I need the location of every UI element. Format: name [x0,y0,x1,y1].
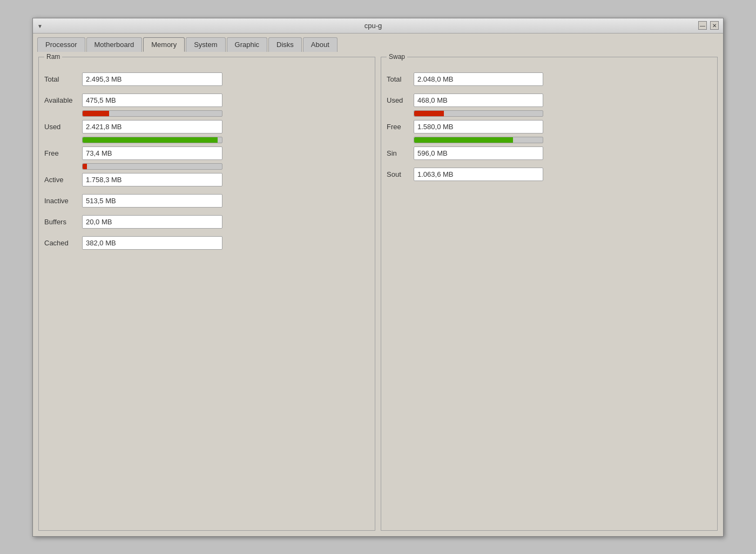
ram-free-bar-fill [83,164,87,169]
tab-about[interactable]: About [303,37,338,52]
swap-free-bar-container [414,137,543,143]
ram-available-label: Available [44,96,82,104]
ram-inactive-label: Inactive [44,197,82,205]
swap-sin-label: Sin [387,149,414,157]
ram-active-value: 1.758,3 MB [82,173,222,186]
swap-free-bar-fill [414,137,513,143]
ram-inactive-value: 513,5 MB [82,194,222,208]
swap-used-value: 468,0 MB [414,94,543,107]
swap-free-row: Free 1.580,0 MB [387,120,712,134]
swap-panel-title: Swap [387,53,407,61]
swap-panel: Swap Total 2.048,0 MB Used 468,0 MB Free [381,57,718,531]
swap-sin-value: 596,0 MB [414,146,543,160]
titlebar-left: ▼ [37,22,48,30]
swap-free-value: 1.580,0 MB [414,120,543,134]
tab-memory[interactable]: Memory [143,37,185,52]
ram-active-row: Active 1.758,3 MB [44,173,369,186]
swap-free-bar-row [387,137,712,143]
ram-used-bar-container [82,137,222,143]
ram-available-bar-fill [83,111,109,116]
tabs-bar: Processor Motherboard Memory System Grap… [33,34,723,51]
swap-sout-value: 1.063,6 MB [414,168,543,181]
swap-total-value: 2.048,0 MB [414,72,543,86]
swap-sin-row: Sin 596,0 MB [387,146,712,160]
swap-sout-label: Sout [387,170,414,178]
ram-available-row: Available 475,5 MB [44,94,369,107]
swap-used-label: Used [387,96,414,104]
tab-disks[interactable]: Disks [268,37,302,52]
swap-total-row: Total 2.048,0 MB [387,72,712,86]
ram-used-row: Used 2.421,8 MB [44,120,369,134]
titlebar: ▼ cpu-g — ✕ [33,18,723,34]
ram-used-bar-fill [83,137,218,143]
main-window: ▼ cpu-g — ✕ Processor Motherboard Memory… [32,18,724,537]
swap-sout-row: Sout 1.063,6 MB [387,168,712,181]
swap-total-label: Total [387,75,414,83]
ram-available-value: 475,5 MB [82,94,222,107]
ram-free-label: Free [44,149,82,157]
swap-used-bar-row [387,110,712,117]
ram-used-label: Used [44,123,82,131]
minimize-button[interactable]: — [698,21,707,30]
ram-buffers-label: Buffers [44,218,82,226]
ram-free-bar-container [82,163,222,170]
ram-available-bar-row [44,110,369,117]
ram-used-value: 2.421,8 MB [82,120,222,134]
tab-system[interactable]: System [186,37,225,52]
swap-used-bar-fill [414,111,444,116]
ram-free-bar-row [44,163,369,170]
ram-total-label: Total [44,75,82,83]
ram-available-bar-container [82,110,222,117]
ram-panel-title: Ram [44,53,62,61]
window-menu-icon[interactable]: ▼ [37,23,43,29]
ram-free-value: 73,4 MB [82,146,222,160]
ram-cached-label: Cached [44,239,82,247]
tab-graphic[interactable]: Graphic [227,37,268,52]
window-title: cpu-g [48,22,698,30]
ram-total-value: 2.495,3 MB [82,72,222,86]
close-button[interactable]: ✕ [710,21,719,30]
ram-cached-row: Cached 382,0 MB [44,236,369,250]
content-area: Ram Total 2.495,3 MB Available 475,5 MB … [33,51,723,536]
ram-total-row: Total 2.495,3 MB [44,72,369,86]
ram-inactive-row: Inactive 513,5 MB [44,194,369,208]
swap-used-bar-container [414,110,543,117]
titlebar-controls: — ✕ [698,21,719,30]
ram-free-row: Free 73,4 MB [44,146,369,160]
ram-active-label: Active [44,176,82,184]
swap-free-label: Free [387,123,414,131]
swap-used-row: Used 468,0 MB [387,94,712,107]
ram-panel: Ram Total 2.495,3 MB Available 475,5 MB … [38,57,375,531]
ram-buffers-row: Buffers 20,0 MB [44,215,369,229]
tab-motherboard[interactable]: Motherboard [86,37,143,52]
ram-used-bar-row [44,137,369,143]
ram-buffers-value: 20,0 MB [82,215,222,229]
ram-cached-value: 382,0 MB [82,236,222,250]
tab-processor[interactable]: Processor [37,37,85,52]
